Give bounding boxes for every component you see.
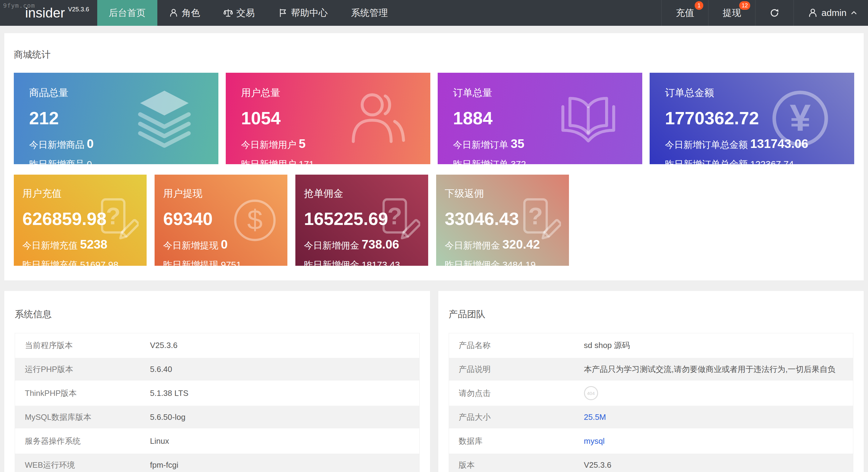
today-label: 今日新增提现	[163, 240, 218, 250]
row-value: fpm-fcgi	[150, 460, 178, 470]
row-value: 5.6.40	[150, 364, 172, 374]
main-content: 商城统计 商品总量 212 今日新增商品0 昨日新增商品0 用户总量 1054 …	[0, 33, 868, 472]
navbar-right: 充值 1 提现 12 admin	[661, 0, 868, 26]
menu-label: 交易	[237, 7, 255, 19]
file-question-pencil-icon: ?	[371, 196, 420, 245]
table-row: 请勿点击404	[449, 381, 853, 405]
stat-cards-row-2: 用户充值 626859.98 今日新增充值5238 昨日新增充值51697.98…	[4, 175, 864, 266]
today-value: 35	[511, 137, 525, 150]
person-icon	[169, 8, 178, 18]
recharge-label: 充值	[676, 7, 694, 19]
today-label: 今日新增充值	[22, 240, 78, 250]
today-label: 今日新增佣金	[304, 240, 359, 250]
yesterday-value: 9751	[221, 260, 241, 266]
chevron-up-icon	[850, 9, 858, 17]
withdraw-label: 提现	[723, 7, 741, 19]
today-value: 0	[221, 238, 227, 251]
stat-card-recharge: 用户充值 626859.98 今日新增充值5238 昨日新增充值51697.98…	[14, 175, 147, 266]
table-row: ThinkPHP版本5.1.38 LTS	[15, 381, 419, 405]
row-value: V25.3.6	[584, 460, 612, 470]
row-label: 运行PHP版本	[15, 364, 150, 375]
row-label: 请勿点击	[449, 388, 584, 399]
refresh-button[interactable]	[755, 0, 794, 26]
table-row: 版本V25.3.6	[449, 453, 853, 472]
menu-item-trade[interactable]: 交易	[212, 0, 267, 26]
row-value: 5.1.38 LTS	[150, 388, 188, 398]
row-label: 产品名称	[449, 340, 584, 351]
product-team-table: 产品名称sd shop 源码 产品说明本产品只为学习测试交流,请勿要做商业或者用…	[449, 333, 854, 472]
table-row: 运行PHP版本5.6.40	[15, 357, 419, 381]
dollar-coin-icon: $	[230, 196, 279, 245]
yesterday-label: 昨日新增提现	[163, 260, 218, 266]
row-label: 产品大小	[449, 412, 584, 422]
menu-label: 后台首页	[109, 7, 146, 19]
yesterday-value: 171	[299, 159, 314, 164]
yesterday-value: 51697.98	[80, 260, 118, 266]
open-book-icon	[556, 86, 621, 151]
svg-text:?: ?	[106, 203, 121, 230]
yesterday-label: 昨日新增佣金	[304, 260, 359, 266]
row-label: 产品说明	[449, 364, 584, 375]
table-row: 当前程序版本V25.3.6	[15, 333, 419, 357]
scales-icon	[224, 8, 233, 18]
username: admin	[822, 8, 846, 18]
yesterday-label: 昨日新增佣金	[445, 260, 500, 266]
refresh-icon	[770, 8, 779, 18]
yesterday-value: 372	[511, 159, 526, 164]
layers-icon	[132, 86, 197, 151]
table-row: WEB运行环境fpm-fcgi	[15, 453, 419, 472]
row-value: 5.6.50-log	[150, 412, 186, 422]
menu-item-help[interactable]: 帮助中心	[267, 0, 340, 26]
mall-stats-panel: 商城统计 商品总量 212 今日新增商品0 昨日新增商品0 用户总量 1054 …	[4, 33, 864, 281]
today-label: 今日新增商品	[29, 140, 84, 150]
yesterday-value: 0	[87, 159, 92, 164]
yesterday-label: 昨日新增订单总金额	[665, 159, 748, 164]
svg-text:$: $	[247, 204, 262, 235]
404-badge[interactable]: 404	[584, 386, 598, 400]
row-label: MySQL数据库版本	[15, 412, 150, 422]
today-value: 0	[87, 137, 94, 150]
row-label: ThinkPHP版本	[15, 388, 150, 399]
svg-text:?: ?	[388, 203, 402, 230]
menu-item-dashboard[interactable]: 后台首页	[97, 0, 157, 26]
row-value: V25.3.6	[150, 341, 178, 350]
users-icon	[344, 86, 409, 151]
row-label: 版本	[449, 460, 584, 470]
menu-label: 帮助中心	[291, 7, 328, 19]
stat-card-orders: 订单总量 1884 今日新增订单35 昨日新增订单372	[438, 73, 642, 164]
file-question-pencil-icon: ?	[90, 196, 138, 245]
table-row: MySQL数据库版本5.6.50-log	[15, 405, 419, 429]
file-question-pencil-icon: ?	[512, 196, 561, 245]
today-label: 今日新增订单	[453, 140, 508, 150]
stat-card-order-amount: 订单总金额 1770362.72 今日新增订单总金额131743.06 昨日新增…	[650, 73, 854, 164]
today-label: 今日新增订单总金额	[665, 140, 748, 150]
stat-card-referral-commission: 下级返佣 33046.43 今日新增佣金320.42 昨日新增佣金3484.19…	[436, 175, 569, 266]
stat-card-products: 商品总量 212 今日新增商品0 昨日新增商品0	[14, 73, 218, 164]
table-row: 产品说明本产品只为学习测试交流,请勿要做商业或者用于违法行为,一切后果自负	[449, 357, 853, 381]
today-label: 今日新增用户	[241, 140, 296, 150]
flag-icon	[278, 8, 287, 18]
database-link[interactable]: mysql	[584, 436, 605, 446]
yesterday-value: 3484.19	[502, 260, 535, 266]
recharge-badge: 1	[695, 1, 703, 10]
svg-text:¥: ¥	[790, 96, 811, 139]
yesterday-label: 昨日新增用户	[241, 159, 296, 164]
yesterday-label: 昨日新增订单	[453, 159, 508, 164]
stat-card-order-commission: 抢单佣金 165225.69 今日新增佣金738.06 昨日新增佣金18173.…	[296, 175, 428, 266]
section-title: 商城统计	[4, 33, 864, 73]
user-menu[interactable]: admin	[794, 0, 868, 26]
watermark: 9fym.com	[3, 2, 35, 9]
product-size-link[interactable]: 25.5M	[584, 412, 606, 422]
menu-item-system[interactable]: 系统管理	[340, 0, 400, 26]
menu-item-roles[interactable]: 角色	[157, 0, 212, 26]
table-row: 数据库mysql	[449, 429, 853, 453]
table-row: 服务器操作系统Linux	[15, 429, 419, 453]
today-label: 今日新增佣金	[445, 240, 500, 250]
table-row: 产品名称sd shop 源码	[449, 333, 853, 357]
today-value: 5	[299, 137, 306, 150]
stat-cards-row-1: 商品总量 212 今日新增商品0 昨日新增商品0 用户总量 1054 今日新增用…	[4, 73, 864, 164]
recharge-button[interactable]: 充值 1	[661, 0, 708, 26]
menu-label: 角色	[182, 7, 200, 19]
withdraw-button[interactable]: 提现 12	[708, 0, 755, 26]
yesterday-label: 昨日新增充值	[22, 260, 78, 266]
